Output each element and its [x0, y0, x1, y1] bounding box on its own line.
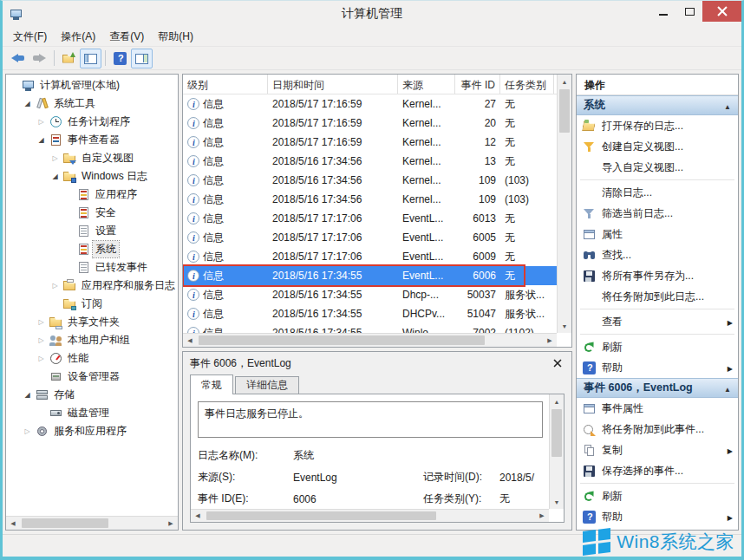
scroll-down-icon[interactable]	[558, 319, 571, 333]
action-item[interactable]: 将所有事件另存为...	[577, 265, 738, 286]
action-item[interactable]: 将任务附加到此日志...	[577, 286, 738, 307]
action-item[interactable]: 复制	[577, 440, 738, 460]
list-hscrollbar[interactable]	[183, 333, 557, 347]
tree-item[interactable]: 设备管理器	[6, 368, 178, 386]
action-section-header[interactable]: 事件 6006，EventLog	[577, 378, 738, 398]
tree-item[interactable]: 已转发事件	[6, 258, 178, 277]
action-item[interactable]: 刷新	[577, 336, 738, 357]
scroll-left-icon[interactable]	[183, 334, 197, 347]
menu-item[interactable]: 帮助(H)	[151, 28, 200, 46]
preview-close-button[interactable]	[551, 356, 565, 370]
scroll-thumb[interactable]	[551, 409, 562, 457]
action-item[interactable]: 清除日志...	[577, 182, 738, 203]
export-list-button[interactable]	[58, 49, 80, 68]
column-header[interactable]: 日期和时间	[268, 75, 398, 94]
show-console-tree-button[interactable]	[80, 49, 101, 68]
menu-item[interactable]: 操作(A)	[54, 28, 102, 46]
expander-icon[interactable]: ▷	[36, 118, 47, 126]
show-action-pane-button[interactable]	[131, 49, 153, 68]
help-button[interactable]	[109, 49, 131, 68]
close-button[interactable]	[702, 1, 741, 22]
tree-item[interactable]: ◢Windows 日志	[6, 167, 178, 186]
event-row[interactable]: 信息2018/5/16 17:34:56Kernel...109(103)	[183, 190, 557, 209]
expander-icon[interactable]: ◢	[49, 173, 61, 180]
tree-item[interactable]: ▷自定义视图	[6, 149, 178, 167]
menu-item[interactable]: 文件(F)	[6, 28, 54, 46]
event-row[interactable]: 信息2018/5/17 17:16:59Kernel...20无	[183, 114, 557, 133]
action-item[interactable]: 查找...	[577, 244, 738, 265]
tree-item[interactable]: ▷应用程序和服务日志	[6, 277, 178, 295]
action-item[interactable]: 帮助	[577, 357, 738, 378]
scroll-right-icon[interactable]	[543, 334, 557, 347]
tree-item[interactable]: ▷本地用户和组	[6, 331, 178, 349]
event-row[interactable]: 信息2018/5/17 17:16:59Kernel...27无	[183, 94, 557, 114]
tree-item[interactable]: ▷性能	[6, 349, 178, 368]
action-item[interactable]: 筛选当前日志...	[577, 203, 738, 224]
expander-icon[interactable]: ◢	[36, 136, 47, 144]
action-item[interactable]: 将任务附加到此事件...	[577, 419, 738, 440]
preview-tab[interactable]: 常规	[190, 374, 233, 394]
scroll-down-icon[interactable]	[550, 495, 564, 509]
forward-button[interactable]	[29, 49, 50, 68]
column-header[interactable]: 事件 ID	[455, 75, 500, 94]
action-item[interactable]: 查看	[577, 311, 738, 332]
expander-icon[interactable]: ▷	[22, 427, 33, 435]
scroll-thumb[interactable]	[199, 335, 485, 345]
action-item[interactable]: 创建自定义视图...	[577, 136, 738, 157]
expander-icon[interactable]: ◢	[22, 391, 33, 399]
event-row[interactable]: 信息2018/5/16 17:34:55EventL...6006无	[183, 266, 557, 285]
scroll-right-icon[interactable]	[535, 510, 549, 522]
maximize-button[interactable]	[676, 1, 702, 22]
list-vscrollbar[interactable]	[557, 75, 571, 333]
event-row[interactable]: 信息2018/5/16 17:34:56Kernel...109(103)	[183, 171, 557, 190]
tree-item[interactable]: ◢事件查看器	[6, 131, 178, 149]
event-row[interactable]: 信息2018/5/17 17:17:06EventL...6005无	[183, 228, 557, 247]
event-row[interactable]: 信息2018/5/16 17:34:56Kernel...13无	[183, 152, 557, 171]
tree-item[interactable]: 订阅	[6, 295, 178, 313]
tree-item[interactable]: ▷共享文件夹	[6, 313, 178, 331]
tree-hscrollbar[interactable]	[6, 516, 178, 530]
action-item[interactable]: 属性	[577, 224, 738, 244]
action-section-header[interactable]: 系统	[577, 95, 738, 115]
expander-icon[interactable]: ▷	[36, 336, 47, 344]
column-header[interactable]: 任务类别	[500, 75, 554, 94]
column-header[interactable]: 来源	[398, 75, 455, 94]
tree-item[interactable]: ◢系统工具	[6, 94, 178, 113]
expander-icon[interactable]: ▷	[36, 355, 47, 362]
tree-item[interactable]: ▷任务计划程序	[6, 113, 178, 131]
scroll-thumb[interactable]	[22, 518, 108, 528]
action-item[interactable]: 事件属性	[577, 398, 738, 419]
event-row[interactable]: 信息2018/5/17 17:17:06EventL...6013无	[183, 209, 557, 228]
preview-tab[interactable]: 详细信息	[235, 376, 299, 394]
scroll-left-icon[interactable]	[191, 510, 205, 522]
event-row[interactable]: 信息2018/5/16 17:34:55DHCPv...51047服务状...	[183, 304, 557, 323]
action-item[interactable]: 帮助	[577, 506, 738, 527]
tree-item[interactable]: 安全	[6, 204, 178, 222]
tree-item[interactable]: 设置	[6, 222, 178, 240]
expander-icon[interactable]: ▷	[49, 282, 61, 290]
event-row[interactable]: 信息2018/5/17 17:17:06EventL...6009无	[183, 247, 557, 266]
tree-item[interactable]: ◢存储	[6, 386, 178, 404]
tree-item[interactable]: 磁盘管理	[6, 404, 178, 422]
minimize-button[interactable]	[650, 1, 676, 22]
action-item[interactable]: 保存选择的事件...	[577, 460, 738, 481]
tree-item[interactable]: ▷服务和应用程序	[6, 422, 178, 440]
scroll-up-icon[interactable]	[558, 75, 571, 88]
scroll-thumb[interactable]	[206, 511, 436, 520]
action-item[interactable]: 导入自定义视图...	[577, 157, 738, 178]
back-button[interactable]	[7, 49, 29, 68]
menu-item[interactable]: 查看(V)	[102, 28, 151, 46]
action-item[interactable]: 刷新	[577, 485, 738, 506]
preview-vscrollbar[interactable]	[549, 394, 564, 509]
scroll-right-icon[interactable]	[164, 517, 178, 530]
tree-item[interactable]: 应用程序	[6, 186, 178, 204]
action-item[interactable]: 打开保存的日志...	[577, 115, 738, 136]
column-header[interactable]: 级别	[183, 75, 268, 94]
expander-icon[interactable]: ▷	[49, 154, 61, 162]
event-row[interactable]: 信息2018/5/16 17:34:55Dhcp-...50037服务状...	[183, 285, 557, 304]
expander-icon[interactable]: ▷	[36, 318, 47, 326]
scroll-thumb[interactable]	[559, 89, 570, 133]
event-row[interactable]: 信息2018/5/17 17:16:59Kernel...12无	[183, 133, 557, 152]
scroll-left-icon[interactable]	[6, 517, 20, 530]
preview-hscrollbar[interactable]	[191, 509, 549, 522]
